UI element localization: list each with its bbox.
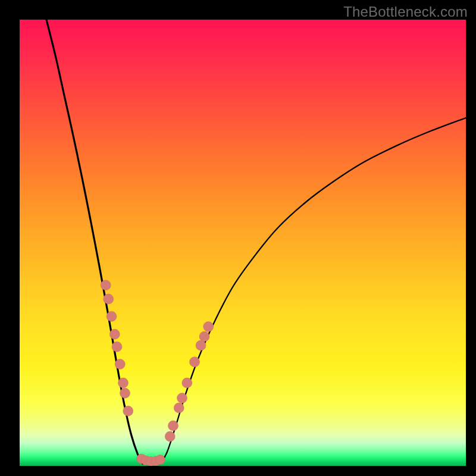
data-marker — [168, 421, 178, 431]
data-marker — [174, 403, 184, 413]
data-marker — [196, 340, 206, 350]
data-marker — [182, 378, 192, 388]
data-marker — [118, 378, 129, 388]
curve-layer — [46, 20, 466, 464]
data-marker — [177, 393, 187, 403]
data-marker — [123, 406, 133, 416]
data-marker — [120, 388, 130, 398]
data-marker — [104, 294, 114, 304]
data-marker — [115, 359, 125, 369]
watermark-text: TheBottleneck.com — [343, 4, 468, 20]
chart-svg — [20, 20, 466, 466]
data-marker — [190, 357, 200, 367]
data-marker — [109, 329, 120, 339]
data-marker — [199, 331, 209, 342]
plot-area — [20, 20, 466, 466]
curve-right-branch — [160, 118, 466, 464]
data-marker — [155, 455, 165, 465]
data-marker — [112, 342, 122, 352]
data-marker — [107, 311, 117, 321]
data-marker — [101, 280, 111, 290]
chart-frame: TheBottleneck.com — [0, 0, 476, 476]
data-marker — [203, 322, 214, 332]
data-marker — [165, 431, 175, 441]
